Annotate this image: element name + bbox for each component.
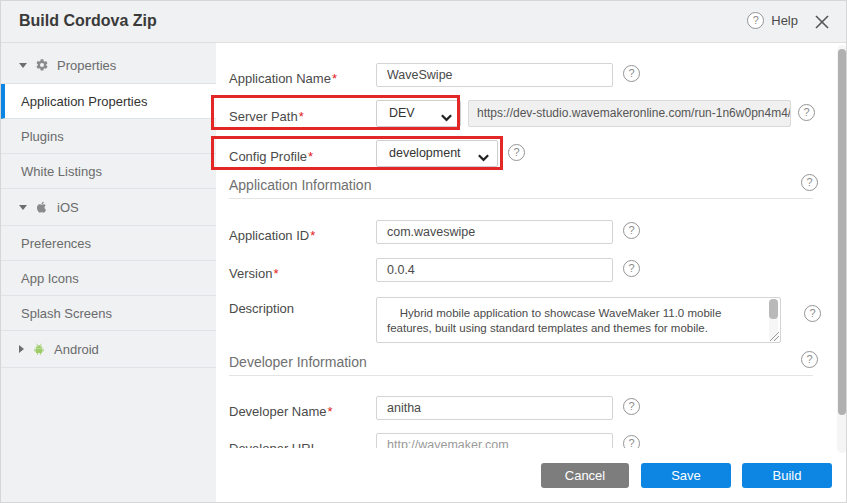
- application-id-label: Application ID*: [229, 228, 315, 243]
- required-marker: *: [328, 404, 333, 419]
- required-marker: *: [310, 228, 315, 243]
- android-icon: [32, 342, 46, 356]
- help-icon[interactable]: ?: [804, 305, 821, 322]
- sidebar-group-properties[interactable]: Properties: [1, 47, 216, 84]
- developer-url-label: Developer URL: [229, 441, 318, 448]
- help-icon[interactable]: ?: [623, 222, 640, 239]
- help-icon[interactable]: ?: [623, 435, 640, 448]
- form-scroll-area: Application Name* WaveSwipe ? Server Pat…: [216, 43, 828, 448]
- help-icon[interactable]: ?: [798, 104, 815, 121]
- help-icon[interactable]: ?: [508, 144, 525, 161]
- developer-name-label: Developer Name*: [229, 404, 333, 419]
- build-button[interactable]: Build: [742, 463, 832, 488]
- application-name-input[interactable]: WaveSwipe: [376, 63, 613, 87]
- scrollbar-thumb[interactable]: [838, 49, 846, 415]
- resize-handle-icon[interactable]: [770, 332, 779, 341]
- sidebar-item-label: Android: [54, 342, 99, 357]
- section-title-developer-information: Developer Information: [229, 354, 367, 370]
- required-marker: *: [273, 266, 278, 281]
- section-title-application-information: Application Information: [229, 177, 371, 193]
- help-icon[interactable]: ?: [623, 65, 640, 82]
- sidebar-item-label: Preferences: [21, 236, 91, 251]
- gear-icon: [35, 58, 49, 72]
- help-icon[interactable]: ?: [623, 398, 640, 415]
- sidebar-item-application-properties[interactable]: Application Properties: [1, 84, 216, 119]
- sidebar-item-app-icons[interactable]: App Icons: [1, 261, 216, 296]
- expander-down-icon: [19, 63, 27, 68]
- application-name-label: Application Name*: [229, 71, 337, 86]
- help-icon[interactable]: ?: [801, 174, 818, 191]
- sidebar-item-preferences[interactable]: Preferences: [1, 226, 216, 261]
- sidebar-item-label: Application Properties: [21, 94, 147, 109]
- sidebar-group-android[interactable]: Android: [1, 331, 216, 368]
- expander-down-icon: [19, 205, 27, 210]
- sidebar-item-label: App Icons: [21, 271, 79, 286]
- dialog-header: Build Cordova Zip ? Help: [1, 1, 846, 43]
- developer-url-input[interactable]: http://wavemaker.com: [376, 433, 613, 448]
- build-cordova-zip-dialog: Build Cordova Zip ? Help Properties Appl…: [0, 0, 847, 503]
- sidebar-item-label: White Listings: [21, 164, 102, 179]
- version-input[interactable]: 0.0.4: [376, 258, 613, 282]
- sidebar-group-ios[interactable]: iOS: [1, 189, 216, 226]
- required-marker: *: [308, 149, 313, 164]
- sidebar: Properties Application Properties Plugin…: [1, 43, 216, 503]
- description-label: Description: [229, 301, 294, 316]
- config-profile-label: Config Profile*: [229, 149, 313, 164]
- sidebar-item-plugins[interactable]: Plugins: [1, 119, 216, 154]
- dialog-title: Build Cordova Zip: [19, 12, 157, 30]
- form-panel: Application Name* WaveSwipe ? Server Pat…: [216, 43, 847, 503]
- sidebar-item-label: Splash Screens: [21, 306, 112, 321]
- sidebar-item-white-listings[interactable]: White Listings: [1, 154, 216, 189]
- close-icon[interactable]: [813, 13, 831, 31]
- version-label: Version*: [229, 266, 278, 281]
- help-icon: ?: [747, 12, 764, 29]
- sidebar-item-label: Properties: [57, 58, 116, 73]
- sidebar-item-label: iOS: [57, 200, 79, 215]
- save-button[interactable]: Save: [641, 463, 731, 488]
- server-path-label: Server Path*: [229, 109, 304, 124]
- scrollbar-track[interactable]: [837, 45, 847, 453]
- developer-name-input[interactable]: anitha: [376, 396, 613, 420]
- help-icon[interactable]: ?: [801, 351, 818, 368]
- apple-icon: [35, 200, 49, 214]
- sidebar-item-splash-screens[interactable]: Splash Screens: [1, 296, 216, 331]
- application-id-input[interactable]: com.waveswipe: [376, 220, 613, 244]
- cancel-button[interactable]: Cancel: [541, 463, 629, 488]
- required-marker: *: [332, 71, 337, 86]
- sidebar-item-label: Plugins: [21, 129, 64, 144]
- help-icon[interactable]: ?: [623, 260, 640, 277]
- section-divider: [229, 198, 813, 199]
- textarea-scroll-thumb[interactable]: [769, 299, 778, 319]
- config-profile-select[interactable]: development: [376, 140, 498, 167]
- expander-right-icon: [19, 345, 24, 353]
- required-marker: *: [299, 109, 304, 124]
- section-divider: [229, 375, 813, 376]
- server-path-url: https://dev-studio.wavemakeronline.com/r…: [468, 100, 791, 127]
- server-path-select[interactable]: DEV: [376, 100, 461, 127]
- description-textarea[interactable]: Hybrid mobile application to showcase Wa…: [376, 297, 781, 343]
- help-button[interactable]: ? Help: [747, 12, 798, 29]
- chevron-down-icon: [477, 148, 490, 161]
- chevron-down-icon: [440, 108, 453, 121]
- help-label: Help: [771, 13, 798, 28]
